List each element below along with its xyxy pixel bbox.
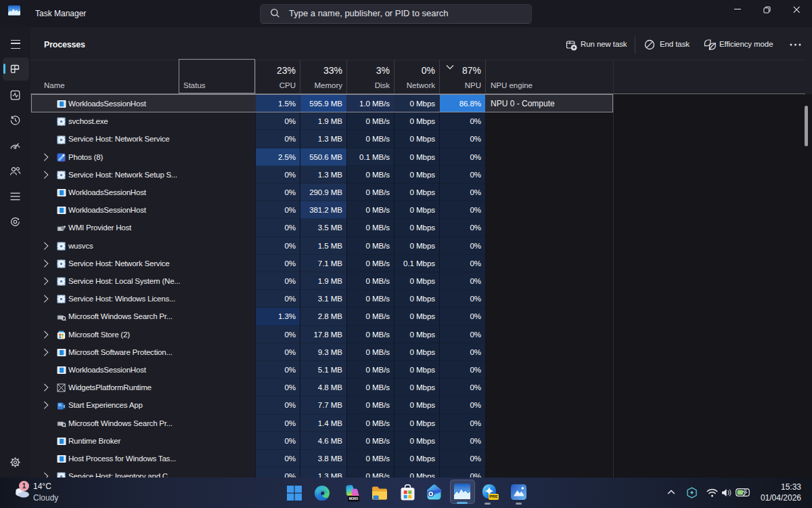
svg-text:M365: M365 bbox=[349, 496, 359, 501]
